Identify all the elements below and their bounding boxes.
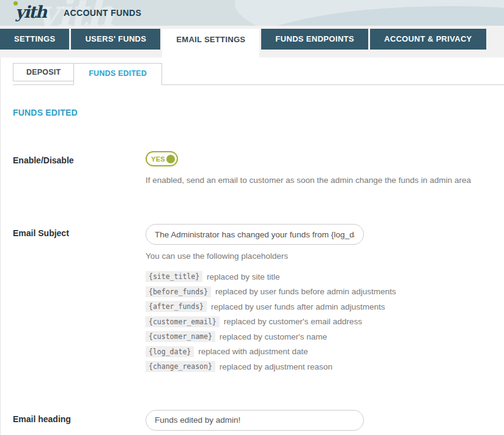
placeholder-code: {site_title}: [146, 271, 202, 282]
placeholders-intro: You can use the following placeholders: [146, 251, 504, 261]
enable-disable-label: Enable/Disable: [13, 151, 146, 186]
yith-logo: yith: [15, 3, 46, 21]
placeholder-item: {customer_email} replaced by customer's …: [146, 314, 504, 330]
placeholder-item: {change_reason} replaced by adjustment r…: [146, 359, 504, 374]
email-subject-label: Email Subject: [13, 224, 146, 374]
email-heading-row: Email heading: [13, 410, 504, 431]
placeholder-item: {after_funds} replaced by user funds aft…: [146, 299, 504, 314]
placeholder-desc: replaced with adjustment date: [198, 347, 308, 356]
placeholder-item: {customer_name} replaced by customer's n…: [146, 329, 504, 344]
placeholder-code: {before_funds}: [146, 286, 211, 297]
email-subject-row: Email Subject You can use the following …: [13, 224, 504, 374]
email-heading-field: [146, 410, 504, 431]
placeholder-desc: replaced by adjustment reason: [220, 362, 333, 371]
plugin-header: yith yith ACCOUNT FUNDS: [0, 0, 504, 26]
sub-tab-bar: DEPOSIT FUNDS EDITED: [13, 58, 504, 85]
subtab-deposit[interactable]: DEPOSIT: [13, 63, 74, 81]
tab-funds-endpoints[interactable]: FUNDS ENDPOINTS: [261, 29, 368, 50]
toggle-on-label: YES: [151, 155, 165, 163]
tab-users-funds[interactable]: USERS' FUNDS: [71, 29, 160, 50]
section-title: FUNDS EDITED: [13, 108, 504, 117]
logo-dot-icon: [13, 1, 18, 6]
tab-settings[interactable]: SETTINGS: [0, 29, 69, 50]
enable-disable-row: Enable/Disable YES If enabled, send an e…: [13, 151, 504, 186]
placeholder-code: {after_funds}: [146, 301, 207, 312]
placeholder-list: {site_title} replaced by site title {bef…: [146, 269, 504, 374]
page-title: ACCOUNT FUNDS: [64, 8, 141, 18]
email-subject-field: You can use the following placeholders {…: [146, 224, 504, 374]
placeholder-item: {site_title} replaced by site title: [146, 269, 504, 284]
tab-email-settings[interactable]: EMAIL SETTINGS: [162, 29, 259, 58]
enable-description: If enabled, send an email to customer as…: [146, 175, 504, 186]
placeholder-code: {change_reason}: [146, 361, 215, 372]
subtab-funds-edited[interactable]: FUNDS EDITED: [73, 63, 162, 85]
placeholder-code: {customer_name}: [146, 331, 215, 342]
placeholder-item: {log_date} replaced with adjustment date: [146, 344, 504, 360]
main-tab-bar: SETTINGS USERS' FUNDS EMAIL SETTINGS FUN…: [0, 26, 504, 58]
placeholder-desc: replaced by customer's name: [220, 332, 327, 341]
placeholder-desc: replaced by user funds before admin adju…: [215, 287, 396, 296]
placeholder-desc: replaced by customer's email address: [224, 317, 362, 326]
placeholder-desc: replaced by site title: [207, 272, 280, 281]
placeholder-code: {log_date}: [146, 346, 194, 357]
tab-account-privacy[interactable]: ACCOUNT & PRIVACY: [370, 29, 486, 50]
content-panel: DEPOSIT FUNDS EDITED FUNDS EDITED Enable…: [0, 58, 504, 435]
email-heading-label: Email heading: [13, 410, 146, 431]
placeholder-desc: replaced by user funds after admin adjus…: [211, 302, 385, 311]
email-subject-input[interactable]: [146, 224, 364, 245]
enable-disable-field: YES If enabled, send an email to custome…: [146, 151, 504, 186]
placeholder-code: {customer_email}: [146, 316, 220, 327]
enable-toggle[interactable]: YES: [146, 151, 178, 166]
toggle-knob-icon: [166, 155, 175, 163]
email-heading-input[interactable]: [146, 410, 364, 431]
placeholder-item: {before_funds} replaced by user funds be…: [146, 284, 504, 300]
